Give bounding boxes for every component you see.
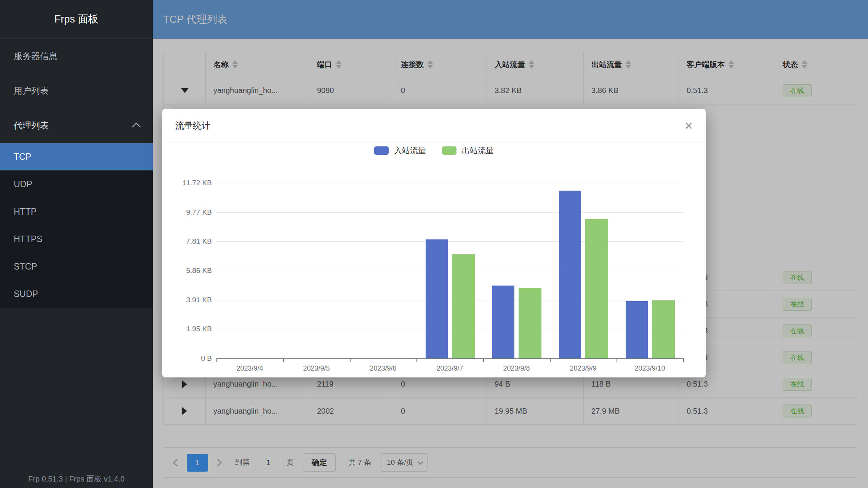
bar-inbound-2023/9/9 <box>559 191 581 358</box>
app-title: Frps 面板 <box>0 0 153 39</box>
x-axis-tick-label: 2023/9/5 <box>283 364 350 372</box>
x-axis-tick-label: 2023/9/4 <box>216 364 283 372</box>
outbound-swatch-icon <box>442 146 456 155</box>
gridline <box>216 329 683 329</box>
x-axis-tick-label: 2023/9/8 <box>483 364 550 372</box>
y-axis-tick-label: 0 B <box>166 354 212 363</box>
gridline <box>216 300 683 300</box>
proxy-submenu: TCPUDPHTTPHTTPSSTCPSUDP <box>0 143 153 308</box>
bar-outbound-2023/9/7 <box>452 254 475 358</box>
x-axis-tick <box>283 358 284 362</box>
modal-header: 流量统计 × <box>162 109 706 143</box>
sidebar-item-0[interactable]: 服务器信息 <box>0 39 153 74</box>
x-axis-tick-label: 2023/9/6 <box>350 364 416 372</box>
bar-outbound-2023/9/9 <box>585 219 608 358</box>
bar-inbound-2023/9/8 <box>492 286 514 358</box>
traffic-stats-modal: 流量统计 × 入站流量 出站流量 0 B1.95 KB3.91 KB5.86 K… <box>162 109 706 377</box>
chart-legend: 入站流量 出站流量 <box>162 145 706 156</box>
y-axis-tick-label: 1.95 KB <box>166 325 212 333</box>
gridline <box>216 241 683 242</box>
x-axis-tick <box>550 358 551 362</box>
close-icon[interactable]: × <box>685 119 693 133</box>
sidebar-item-label: 代理列表 <box>14 120 49 132</box>
legend-item-inbound[interactable]: 入站流量 <box>374 145 426 156</box>
x-axis-tick <box>483 358 484 362</box>
x-axis-tick <box>416 358 417 362</box>
gridline <box>216 271 683 271</box>
x-axis-tick-label: 2023/9/10 <box>617 364 683 372</box>
y-axis-tick-label: 3.91 KB <box>166 296 212 304</box>
legend-inbound-label: 入站流量 <box>394 145 426 156</box>
sidebar-item-udp[interactable]: UDP <box>0 170 153 198</box>
y-axis-tick-label: 5.86 KB <box>166 266 212 275</box>
x-axis-tick <box>216 358 217 362</box>
x-axis-line <box>216 358 683 359</box>
x-axis-tick <box>617 358 617 362</box>
sidebar-item-1[interactable]: 用户列表 <box>0 74 153 108</box>
app-root: Frps 面板 服务器信息用户列表代理列表TCPUDPHTTPHTTPSSTCP… <box>0 0 868 488</box>
legend-item-outbound[interactable]: 出站流量 <box>442 145 494 156</box>
sidebar-item-sudp[interactable]: SUDP <box>0 280 153 308</box>
x-axis-tick <box>350 358 351 362</box>
y-axis-tick-label: 9.77 KB <box>166 208 212 217</box>
y-axis-tick-label: 11.72 KB <box>166 179 212 187</box>
sidebar-item-stcp[interactable]: STCP <box>0 253 153 280</box>
sidebar-footer-version: Frp 0.51.3 | Frps 面板 v1.4.0 <box>0 474 153 484</box>
x-axis-tick-label: 2023/9/9 <box>550 364 617 372</box>
sidebar-item-tcp[interactable]: TCP <box>0 143 153 170</box>
bar-outbound-2023/9/8 <box>519 288 541 358</box>
sidebar: Frps 面板 服务器信息用户列表代理列表TCPUDPHTTPHTTPSSTCP… <box>0 0 153 488</box>
sidebar-item-label: 服务器信息 <box>14 50 58 62</box>
sidebar-menu: 服务器信息用户列表代理列表TCPUDPHTTPHTTPSSTCPSUDP <box>0 39 153 308</box>
x-axis-tick-label: 2023/9/7 <box>416 364 483 372</box>
gridline <box>216 183 683 183</box>
bar-inbound-2023/9/7 <box>426 239 448 358</box>
sidebar-item-label: 用户列表 <box>14 85 49 97</box>
inbound-swatch-icon <box>374 146 389 155</box>
sidebar-item-2[interactable]: 代理列表 <box>0 108 153 143</box>
legend-outbound-label: 出站流量 <box>462 145 494 156</box>
sidebar-item-http[interactable]: HTTP <box>0 198 153 225</box>
chevron-up-icon <box>132 122 141 131</box>
y-axis-tick-label: 7.81 KB <box>166 237 212 246</box>
sidebar-item-https[interactable]: HTTPS <box>0 225 153 253</box>
x-axis-tick <box>683 358 684 362</box>
gridline <box>216 212 683 213</box>
bar-outbound-2023/9/10 <box>652 300 675 358</box>
modal-title: 流量统计 <box>175 120 210 132</box>
bar-inbound-2023/9/10 <box>626 301 648 358</box>
